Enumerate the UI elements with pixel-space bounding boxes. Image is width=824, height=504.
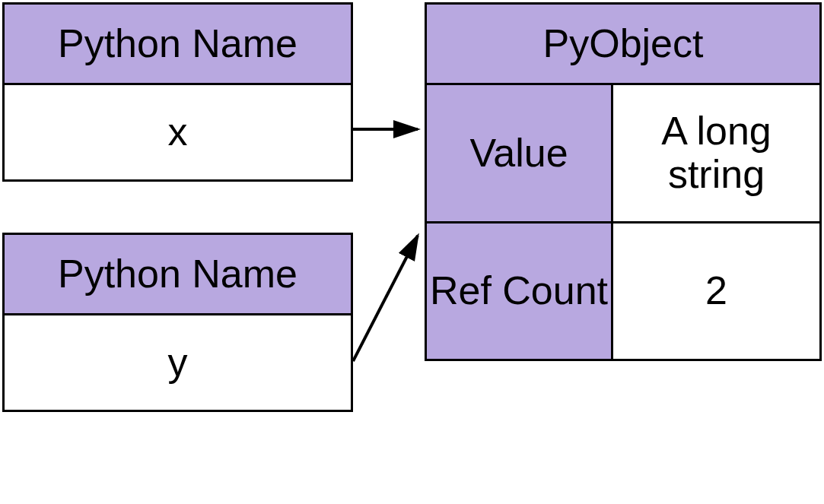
python-name-value-y: y — [5, 315, 351, 410]
arrow-x-to-pyobject — [353, 106, 429, 152]
python-name-box-x: Python Name x — [2, 2, 353, 182]
pyobject-refcount-data: 2 — [613, 223, 819, 360]
pyobject-box: PyObject Value A long string Ref Count 2 — [425, 2, 822, 361]
pyobject-row-value: Value A long string — [427, 85, 819, 223]
python-name-box-y: Python Name y — [2, 233, 353, 412]
python-name-value-x: x — [5, 85, 351, 179]
arrow-y-to-pyobject — [353, 228, 429, 380]
pyobject-refcount-label: Ref Count — [427, 223, 613, 360]
svg-line-3 — [353, 236, 418, 361]
python-name-header-y: Python Name — [5, 235, 351, 315]
pyobject-value-data: A long string — [613, 85, 819, 221]
python-name-header-x: Python Name — [5, 5, 351, 85]
pyobject-header: PyObject — [427, 5, 819, 85]
pyobject-row-refcount: Ref Count 2 — [427, 223, 819, 360]
pyobject-value-label: Value — [427, 85, 613, 221]
